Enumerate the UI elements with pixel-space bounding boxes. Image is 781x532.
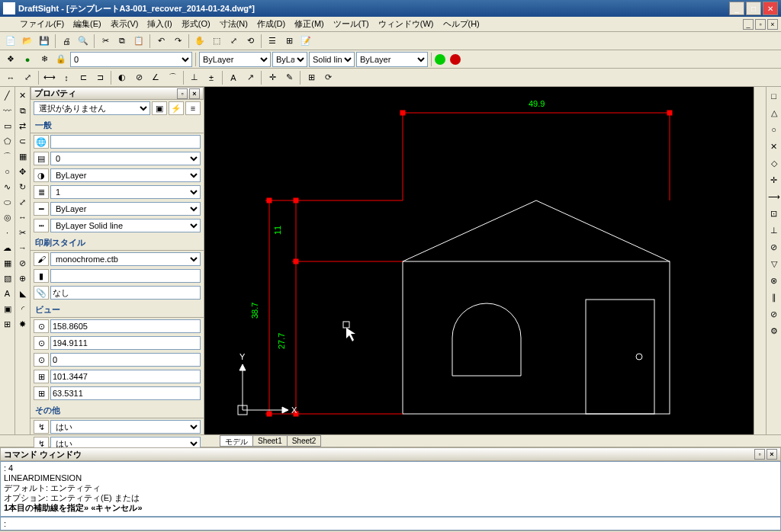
undo-icon[interactable]: ↶ bbox=[153, 34, 169, 49]
tab-model[interactable]: モデル bbox=[220, 435, 253, 447]
copy-icon[interactable]: ⧉ bbox=[114, 34, 130, 49]
dock-icon[interactable]: ▫ bbox=[177, 88, 188, 99]
menu-format[interactable]: 形式(O) bbox=[177, 17, 215, 31]
new-icon[interactable]: 📄 bbox=[3, 34, 18, 49]
copy2-icon[interactable]: ⧉ bbox=[16, 104, 30, 117]
redo-icon[interactable]: ↷ bbox=[170, 34, 185, 49]
panel-close-icon[interactable]: × bbox=[189, 88, 200, 99]
move-icon[interactable]: ✥ bbox=[16, 165, 30, 178]
trim-icon[interactable]: ✂ bbox=[16, 226, 30, 239]
snap-mid-icon[interactable]: △ bbox=[767, 105, 782, 120]
pick-icon[interactable]: ▣ bbox=[152, 101, 167, 115]
prop-vz[interactable] bbox=[50, 353, 201, 367]
prop-icon[interactable]: ☰ bbox=[265, 34, 280, 49]
minimize-button[interactable]: _ bbox=[729, 2, 744, 15]
prop-attach[interactable] bbox=[50, 286, 201, 300]
snap-quad-icon[interactable]: ◇ bbox=[767, 155, 782, 171]
edit-icon[interactable]: ✎ bbox=[281, 70, 297, 85]
layer-lock-icon[interactable]: 🔒 bbox=[53, 52, 69, 67]
linestyle-select[interactable]: Solid line bbox=[309, 52, 355, 67]
scale-icon[interactable]: ⤢ bbox=[16, 195, 30, 209]
maximize-button[interactable]: □ bbox=[746, 2, 761, 15]
snap-node-icon[interactable]: ✕ bbox=[767, 139, 782, 154]
spline-icon[interactable]: ∿ bbox=[1, 180, 14, 194]
stretch-icon[interactable]: ↔ bbox=[16, 210, 30, 224]
dim-tol-icon[interactable]: ± bbox=[204, 70, 219, 85]
filter-icon[interactable]: ≡ bbox=[185, 101, 201, 115]
text-icon[interactable]: A bbox=[226, 70, 241, 85]
center-icon[interactable]: ✛ bbox=[265, 70, 280, 85]
layer-freeze-icon[interactable]: ❄ bbox=[37, 52, 52, 67]
selection-filter[interactable]: 選択がありません bbox=[34, 101, 150, 115]
menu-edit[interactable]: 編集(E) bbox=[69, 17, 106, 31]
snap-perp-icon[interactable]: ⊥ bbox=[767, 223, 782, 238]
note-icon[interactable]: 📝 bbox=[298, 34, 313, 49]
prop-vx[interactable] bbox=[50, 319, 201, 333]
line-icon[interactable]: ╱ bbox=[1, 88, 14, 102]
command-input[interactable] bbox=[0, 517, 781, 530]
mdi-min-button[interactable]: _ bbox=[743, 19, 754, 30]
prop-layer[interactable]: 0 bbox=[50, 152, 201, 165]
print-icon[interactable]: 🖨 bbox=[59, 34, 74, 49]
rotate-icon[interactable]: ↻ bbox=[16, 180, 30, 194]
ellipse-icon[interactable]: ⬭ bbox=[1, 195, 14, 209]
hatch-icon[interactable]: ▦ bbox=[1, 256, 14, 270]
close-button[interactable]: ✕ bbox=[763, 2, 778, 15]
cloud-icon[interactable]: ☁ bbox=[1, 241, 14, 255]
save-icon[interactable]: 💾 bbox=[37, 34, 52, 49]
paste-icon[interactable]: 📋 bbox=[131, 34, 146, 49]
cmd-dock-icon[interactable]: ▫ bbox=[754, 449, 765, 460]
snap-near-icon[interactable]: ▽ bbox=[767, 256, 782, 271]
prop-vh[interactable] bbox=[50, 370, 201, 383]
cmd-close-icon[interactable]: × bbox=[767, 449, 777, 460]
extend-icon[interactable]: → bbox=[16, 241, 30, 255]
snap-none-icon[interactable]: ⊘ bbox=[767, 306, 782, 322]
dim-rad-icon[interactable]: ◐ bbox=[114, 70, 130, 85]
lineweight-select[interactable]: ByLayer bbox=[272, 52, 307, 67]
mdi-close-button[interactable]: × bbox=[767, 19, 778, 30]
menu-file[interactable]: ファイル(F) bbox=[15, 17, 69, 31]
snap-ext-icon[interactable]: ⟶ bbox=[767, 189, 782, 204]
dim-ord-icon[interactable]: ⊥ bbox=[187, 70, 202, 85]
prop-pstyle[interactable]: monochrome.ctb bbox=[50, 252, 201, 266]
zoomwin-icon[interactable]: ⬚ bbox=[209, 34, 224, 49]
dim-h-icon[interactable]: ⟷ bbox=[42, 70, 57, 85]
drawing-canvas[interactable]: 49.9 11 38.7 27.7 X Y bbox=[204, 87, 754, 434]
color-select[interactable]: ByLayer bbox=[199, 52, 271, 67]
menu-dim[interactable]: 寸法(N) bbox=[215, 17, 252, 31]
chamfer-icon[interactable]: ◣ bbox=[16, 287, 30, 300]
dim-v-icon[interactable]: ↕ bbox=[59, 70, 74, 85]
snap-end-icon[interactable]: □ bbox=[767, 88, 782, 104]
point-icon[interactable]: · bbox=[1, 226, 14, 239]
prop-blank[interactable] bbox=[50, 135, 201, 149]
polyline-icon[interactable]: 〰 bbox=[1, 104, 14, 117]
array-icon[interactable]: ▦ bbox=[16, 149, 30, 163]
ring-icon[interactable]: ◎ bbox=[1, 210, 14, 224]
snap-cen-icon[interactable]: ○ bbox=[767, 122, 782, 137]
scrollbar-horizontal[interactable] bbox=[320, 435, 781, 447]
explorer-icon[interactable]: ⊞ bbox=[281, 34, 297, 49]
fillet-icon[interactable]: ◜ bbox=[16, 302, 30, 316]
menu-draw[interactable]: 作成(D) bbox=[252, 17, 290, 31]
dim-dia-icon[interactable]: ⊘ bbox=[131, 70, 146, 85]
update-icon[interactable]: ⟳ bbox=[320, 70, 336, 85]
menu-window[interactable]: ウィンドウ(W) bbox=[374, 17, 439, 31]
dim-arc-icon[interactable]: ⌒ bbox=[165, 70, 180, 85]
cut-icon[interactable]: ✂ bbox=[98, 34, 113, 49]
arc-icon[interactable]: ⌒ bbox=[1, 149, 14, 163]
dim-base-icon[interactable]: ⊏ bbox=[76, 70, 91, 85]
circle-icon[interactable]: ○ bbox=[1, 165, 14, 178]
snap-ins-icon[interactable]: ⊡ bbox=[767, 206, 782, 221]
quick-icon[interactable]: ⚡ bbox=[169, 101, 184, 115]
open-icon[interactable]: 📂 bbox=[20, 34, 35, 49]
snap-tan-icon[interactable]: ⊘ bbox=[767, 239, 782, 255]
join-icon[interactable]: ⊕ bbox=[16, 271, 30, 285]
layer-select[interactable]: 0 bbox=[70, 52, 192, 67]
prop-lstyle[interactable]: ByLayer Solid line bbox=[50, 219, 201, 232]
prop-vw[interactable] bbox=[50, 386, 201, 400]
pan-icon[interactable]: ✋ bbox=[192, 34, 207, 49]
prop-scale[interactable]: 1 bbox=[50, 185, 201, 199]
erase-icon[interactable]: ✕ bbox=[16, 88, 30, 102]
region-icon[interactable]: ▧ bbox=[1, 271, 14, 285]
leader-icon[interactable]: ↗ bbox=[243, 70, 258, 85]
